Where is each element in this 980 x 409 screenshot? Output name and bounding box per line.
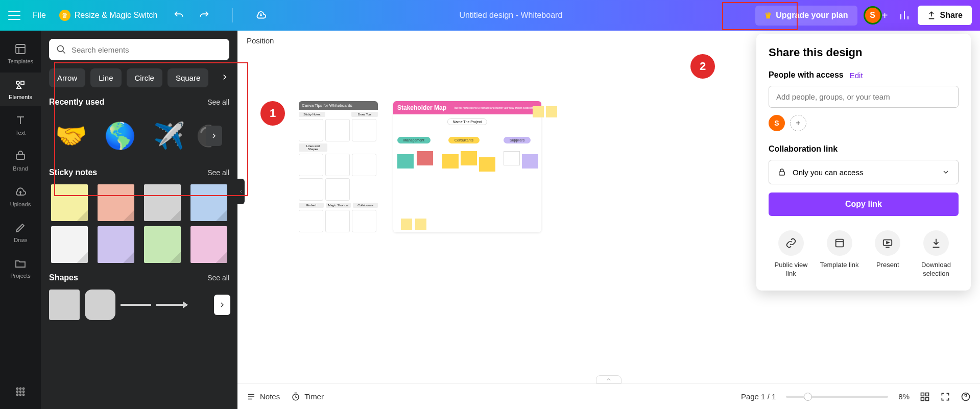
copy-link-button[interactable]: Copy link [769, 193, 959, 216]
search-input[interactable] [71, 45, 222, 54]
recent-globe[interactable]: 🌎 [98, 114, 142, 158]
stake-note [442, 154, 459, 169]
svg-point-10 [17, 394, 18, 396]
redo-icon[interactable] [199, 10, 210, 21]
upgrade-button[interactable]: ♛ Upgrade your plan [755, 6, 857, 26]
share-template-link[interactable]: Template link [819, 230, 860, 278]
add-people-button[interactable]: + [790, 115, 806, 131]
see-all-button[interactable]: See all [207, 274, 229, 282]
stakeholder-subtitle: Tap the right experts to manage and laun… [453, 106, 537, 109]
notes-button[interactable]: Notes [247, 392, 280, 401]
svg-rect-0 [16, 44, 25, 54]
stake-note [397, 154, 414, 169]
tips-section: Collaborate [353, 203, 378, 208]
svg-point-9 [23, 391, 25, 393]
stakeholder-map-card[interactable]: Stakeholder Map Tap the right experts to… [393, 101, 541, 232]
zoom-level[interactable]: 8% [898, 392, 910, 401]
svg-point-7 [17, 391, 18, 393]
svg-rect-2 [21, 81, 24, 84]
access-select[interactable]: Only you can access [769, 160, 959, 184]
svg-point-1 [16, 81, 19, 84]
see-all-button[interactable]: See all [207, 98, 229, 106]
chip-circle[interactable]: Circle [127, 68, 162, 87]
recent-airplane[interactable]: ✈️ [147, 114, 191, 158]
nav-projects[interactable]: Projects [0, 251, 41, 285]
nav-text[interactable]: Text [0, 108, 41, 142]
share-download[interactable]: Download selection [916, 230, 957, 278]
sticky-grid [49, 184, 229, 263]
apps-icon [14, 386, 27, 398]
chips-scroll-right[interactable] [220, 73, 229, 84]
add-member-button[interactable]: + [879, 9, 891, 21]
nav-uploads[interactable]: Uploads [0, 180, 41, 213]
svg-rect-16 [926, 393, 929, 396]
sticky-pink[interactable] [190, 226, 227, 263]
collapse-panel-button[interactable] [237, 179, 245, 204]
recent-scroll-right[interactable] [206, 126, 222, 146]
file-button[interactable]: File [33, 11, 46, 20]
nav-more[interactable] [0, 379, 41, 404]
shape-square[interactable] [49, 290, 80, 320]
analytics-icon[interactable] [898, 9, 911, 21]
sticky-yellow[interactable] [51, 184, 88, 221]
zoom-slider[interactable] [786, 396, 888, 398]
sticky-blue[interactable] [190, 184, 227, 221]
member-avatar[interactable]: S [769, 115, 785, 131]
timer-button[interactable]: Timer [291, 392, 324, 401]
nav-brand[interactable]: Brand [0, 144, 41, 178]
recent-handshake[interactable]: 🤝 [49, 114, 93, 158]
floating-note[interactable] [415, 219, 426, 230]
page-indicator[interactable]: Page 1 / 1 [741, 392, 776, 401]
shape-rounded[interactable] [85, 290, 115, 320]
grid-view-icon[interactable] [920, 392, 930, 402]
shape-arrow[interactable] [156, 304, 187, 306]
nav-elements[interactable]: Elements [0, 73, 41, 106]
see-all-button[interactable]: See all [207, 169, 229, 177]
text-icon [14, 114, 27, 127]
chevron-left-icon [238, 189, 244, 194]
shapes-scroll-right[interactable] [214, 295, 230, 315]
sticky-white[interactable] [51, 226, 88, 263]
menu-icon[interactable] [8, 11, 20, 20]
stake-note [522, 154, 538, 169]
chip-line[interactable]: Line [90, 68, 121, 87]
tips-section: Sticky Notes [299, 112, 325, 117]
share-panel-title: Share this design [769, 46, 959, 59]
sticky-coral[interactable] [98, 184, 134, 221]
sticky-green[interactable] [144, 226, 181, 263]
zoom-thumb[interactable] [804, 393, 812, 401]
fullscreen-icon[interactable] [940, 392, 950, 402]
page-tab[interactable] [596, 375, 622, 383]
help-icon[interactable] [961, 392, 971, 402]
chip-arrow[interactable]: Arrow [49, 68, 85, 87]
history-toolbar [173, 8, 267, 22]
nav-label: Projects [10, 273, 31, 279]
canva-tips-card[interactable]: Canva Tips for Whiteboards Sticky NotesD… [299, 101, 378, 232]
chevron-right-icon [220, 73, 229, 82]
cloud-sync-icon[interactable] [255, 10, 267, 21]
share-button[interactable]: Share [918, 6, 972, 25]
floating-note[interactable] [546, 106, 557, 117]
share-present[interactable]: Present [867, 230, 908, 278]
share-public-view[interactable]: Public view link [771, 230, 811, 278]
resize-magic-button[interactable]: ♛ Resize & Magic Switch [59, 10, 158, 21]
position-button[interactable]: Position [247, 36, 274, 45]
chevron-right-icon [218, 301, 226, 309]
edit-access-link[interactable]: Edit [850, 71, 863, 80]
sticky-purple[interactable] [98, 226, 134, 263]
share-opt-label: Download selection [916, 261, 957, 278]
undo-icon[interactable] [173, 10, 184, 21]
chip-square[interactable]: Square [168, 68, 208, 87]
sticky-grey[interactable] [144, 184, 181, 221]
shape-line[interactable] [121, 304, 151, 306]
design-title[interactable]: Untitled design - Whiteboard [267, 11, 756, 20]
add-people-input[interactable] [769, 86, 959, 108]
nav-draw[interactable]: Draw [0, 215, 41, 249]
section-recently-used: Recently used See all [49, 98, 229, 107]
svg-point-11 [20, 394, 21, 396]
nav-templates[interactable]: Templates [0, 37, 41, 70]
floating-note[interactable] [401, 219, 412, 230]
floating-note[interactable] [533, 106, 544, 117]
search-box[interactable] [49, 39, 229, 60]
lock-icon [777, 167, 786, 177]
